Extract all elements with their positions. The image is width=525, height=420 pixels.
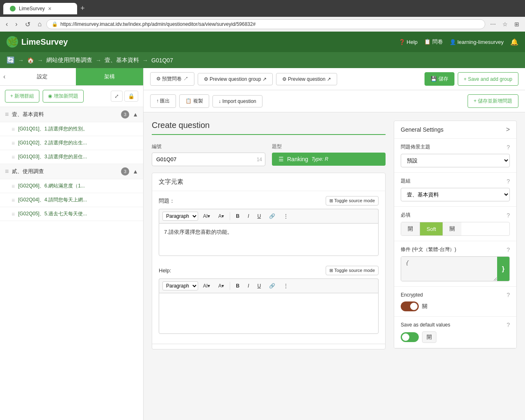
save-default-switch[interactable] (401, 332, 419, 342)
question-content-area[interactable]: 7.請依序選擇您喜歡的功能。 (159, 223, 379, 256)
main-layout: ‹ 設定 架構 + 新增群組 ◉ 增加新問題 ⤢ 🔒 ≡ 壹、基本資料 3 ▲ … (0, 68, 525, 420)
list-item[interactable]: ≡ [G01Q01]、1.請選擇您的性別。 (0, 122, 143, 136)
save-add-group-button[interactable]: + Save and add group (458, 72, 518, 86)
list-item[interactable]: ≡ [G01Q02]、2.請選擇您的出生... (0, 136, 143, 150)
help-paragraph-select[interactable]: Paragraph (162, 281, 198, 290)
expand-icon-button[interactable]: ⤢ (111, 91, 123, 102)
more-options-editor-button[interactable]: ⋮ (280, 212, 292, 221)
url-input[interactable] (60, 21, 480, 27)
tab-structure[interactable]: 架構 (76, 68, 143, 85)
add-question-button[interactable]: ◉ 增加新問題 (43, 90, 83, 103)
save-add-question-button[interactable]: + 儲存並新增問題 (468, 94, 518, 108)
help-ai-button[interactable]: AI▾ (200, 281, 213, 290)
underline-button[interactable]: U (254, 212, 264, 221)
breadcrumb-group[interactable]: 壹、基本資料 (105, 57, 139, 64)
group-2-header[interactable]: ≡ 貳、使用調查 3 ▲ (0, 164, 143, 179)
preview-group-button[interactable]: ⚙ Preview question group ↗ (198, 73, 273, 85)
tab-settings[interactable]: 設定 (9, 68, 76, 85)
list-item[interactable]: ≡ [G02Q04]、4.請問您每天上網... (0, 193, 143, 207)
bookmarks-button[interactable]: ☆ (500, 20, 510, 28)
help-font-color-button[interactable]: A▾ (215, 281, 227, 290)
extensions-button[interactable]: ⊞ (512, 20, 522, 28)
required-soft-button[interactable]: Soft (420, 222, 443, 235)
add-group-button[interactable]: + 新增群組 (5, 90, 39, 103)
back-button[interactable]: ‹ (3, 20, 10, 29)
paragraph-select[interactable]: Paragraph (162, 212, 198, 221)
help-button[interactable]: ❓ Help (399, 39, 418, 45)
drag-handle-q6: ≡ (11, 211, 15, 217)
help-link-button[interactable]: 🔗 (266, 281, 278, 290)
question-editor-header: 問題： ⊞ Toggle source mode (159, 196, 379, 205)
condition-input[interactable]: { (401, 257, 497, 281)
toggle-source-mode-button[interactable]: ⊞ Toggle source mode (326, 196, 379, 205)
question-3-text: [G01Q03]、3.請選擇您的居住... (18, 153, 87, 160)
user-button[interactable]: 👤 learning-limesurvey (450, 39, 504, 45)
list-item[interactable]: ≡ [G02Q06]、6.網站滿意度（1... (0, 179, 143, 193)
group-1-header[interactable]: ≡ 壹、基本資料 3 ▲ (0, 107, 143, 122)
section-separator (152, 344, 385, 344)
group-select[interactable]: 壹、基本資料 (401, 188, 510, 201)
ai-button[interactable]: AI▾ (200, 212, 213, 221)
preview-question-button[interactable]: ⚙ Preview question ↗ (276, 73, 337, 85)
group-section: 題組 ? 壹、基本資料 (394, 173, 516, 207)
bold-button[interactable]: B (233, 212, 243, 221)
settings-expand-button[interactable]: > (506, 126, 510, 133)
new-tab-button[interactable]: + (77, 2, 88, 14)
breadcrumb-survey[interactable]: 網站使用問卷調查 (46, 57, 92, 64)
save-default-help-icon[interactable]: ? (507, 322, 510, 328)
theme-select[interactable]: 預設 (401, 154, 510, 167)
help-content-area[interactable] (159, 293, 379, 334)
help-bold-button[interactable]: B (233, 281, 243, 290)
question-type-button[interactable]: ☰ Ranking Type: R (272, 153, 386, 166)
question-editor-label: 問題： (159, 197, 175, 205)
list-item[interactable]: ≡ [G02Q05]、5.過去七天每天使... (0, 207, 143, 221)
tab-favicon (10, 6, 16, 11)
group-1-title: 壹、基本資料 (12, 111, 121, 118)
breadcrumb-home-icon[interactable]: 🔄 (7, 56, 15, 64)
active-tab[interactable]: LimeSurvey × (3, 3, 77, 14)
import-question-button[interactable]: ↓ Import question (212, 95, 262, 107)
breadcrumb-home-link[interactable]: 🏠 (27, 57, 34, 64)
required-off-button[interactable]: 關 (443, 222, 461, 235)
export-button[interactable]: ↑ 匯出 (150, 94, 176, 108)
help-underline-button[interactable]: U (254, 281, 264, 290)
save-default-state-label: 開 (422, 331, 436, 343)
help-editor-toolbar: Paragraph AI▾ A▾ B I U 🔗 ⋮ (159, 278, 379, 293)
main-left: Create question 編號 14 題型 ☰ R (152, 121, 386, 356)
preview-survey-button[interactable]: ⚙ 預覽問卷 ↗ (150, 72, 194, 86)
home-button[interactable]: ⌂ (35, 20, 44, 29)
lock-icon-button[interactable]: 🔒 (124, 91, 138, 102)
italic-button[interactable]: I (244, 212, 252, 221)
save-button[interactable]: 💾 儲存 (425, 72, 454, 86)
font-color-button[interactable]: A▾ (215, 212, 227, 221)
save-default-section-label: Save as default values ? (401, 322, 510, 328)
group-help-icon[interactable]: ? (507, 178, 510, 185)
notification-bell[interactable]: 🔔 (510, 38, 518, 46)
condition-field-container: { } (401, 256, 510, 281)
encrypted-switch[interactable] (401, 301, 419, 311)
theme-help-icon[interactable]: ? (507, 144, 510, 151)
help-editor-label: Help: (159, 267, 171, 274)
required-on-button[interactable]: 開 (401, 222, 420, 235)
logo-text: LimeSurvey (21, 37, 68, 47)
condition-close-button[interactable]: } (497, 257, 509, 281)
help-more-options-button[interactable]: ⋮ (280, 281, 292, 290)
more-options-button[interactable]: ⋯ (488, 20, 498, 28)
forward-button[interactable]: › (13, 20, 20, 29)
page-title: Create question (152, 121, 386, 135)
list-item[interactable]: ≡ [G01Q03]、3.請選擇您的居住... (0, 150, 143, 164)
encrypted-help-icon[interactable]: ? (507, 292, 510, 298)
sidebar-collapse-button[interactable]: ‹ (0, 70, 9, 84)
address-bar[interactable]: 🔒 (46, 19, 485, 29)
condition-help-icon[interactable]: ? (507, 247, 510, 253)
link-button[interactable]: 🔗 (266, 212, 278, 221)
code-input[interactable] (152, 153, 265, 166)
survey-button[interactable]: 📋 問卷 (424, 38, 443, 46)
required-help-icon[interactable]: ? (507, 212, 510, 219)
tab-close-button[interactable]: × (48, 5, 51, 12)
help-italic-button[interactable]: I (244, 281, 252, 290)
question-editor-block: 問題： ⊞ Toggle source mode Paragraph AI▾ A… (152, 191, 385, 261)
toggle-source-mode-help-button[interactable]: ⊞ Toggle source mode (326, 266, 379, 275)
refresh-button[interactable]: ↺ (23, 20, 33, 29)
copy-button[interactable]: 📋 複製 (179, 94, 209, 108)
